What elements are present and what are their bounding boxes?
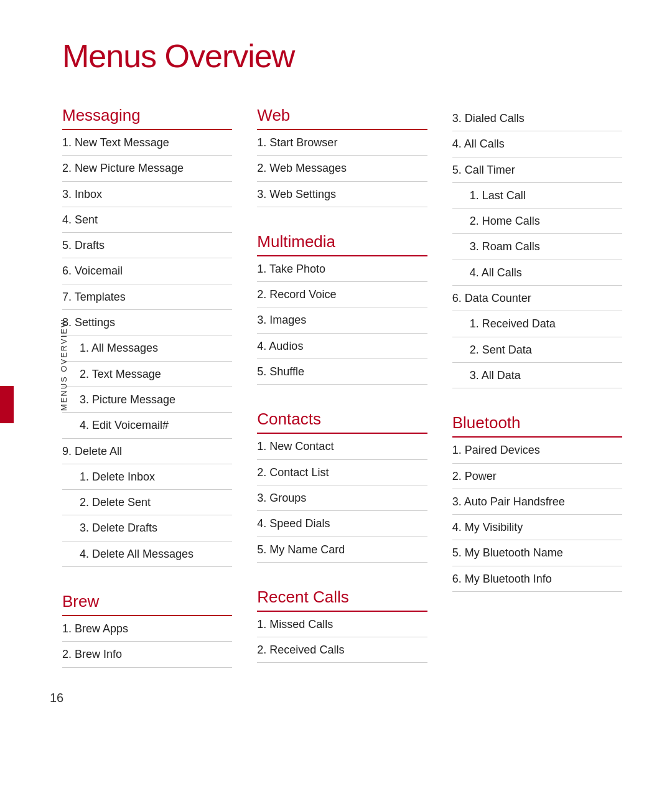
list-item: 3. Roam Calls — [452, 234, 622, 260]
section-2-4: Recent Calls1. Missed Calls2. Received C… — [257, 588, 427, 663]
section-title-web: Web — [257, 106, 427, 130]
list-item: 2. Power — [452, 464, 622, 489]
sidebar-label: Menus Overview — [59, 319, 68, 411]
section-2-2: Multimedia1. Take Photo2. Record Voice3.… — [257, 232, 427, 385]
list-item: 3. Auto Pair Handsfree — [452, 489, 622, 515]
list-item: 2. Web Messages — [257, 156, 427, 181]
column-3: 3. Dialed Calls4. All Calls5. Call Timer… — [452, 106, 622, 617]
list-item: 5. My Bluetooth Name — [452, 540, 622, 566]
section-title-brew: Brew — [62, 592, 232, 616]
list-item: 4. All Calls — [452, 260, 622, 286]
list-item: 3. Dialed Calls — [452, 106, 622, 131]
menu-list-2-4: 1. Missed Calls2. Received Calls — [257, 612, 427, 663]
list-item: 4. All Calls — [452, 131, 622, 157]
list-item: 2. Brew Info — [62, 642, 232, 667]
list-item: 1. Paired Devices — [452, 438, 622, 463]
list-item: 1. New Text Message — [62, 130, 232, 156]
menu-list-1-2: 1. Brew Apps2. Brew Info — [62, 616, 232, 668]
list-item: 3. Groups — [257, 485, 427, 511]
list-item: 5. Shuffle — [257, 359, 427, 385]
section-1-1: Messaging1. New Text Message2. New Pictu… — [62, 106, 232, 567]
page-number: 16 — [50, 691, 63, 705]
content-grid: Messaging1. New Text Message2. New Pictu… — [62, 106, 622, 693]
list-item: 1. Delete Inbox — [62, 464, 232, 490]
list-item: 5. Drafts — [62, 233, 232, 258]
section-title-recent-calls: Recent Calls — [257, 588, 427, 612]
list-item: 4. Sent — [62, 207, 232, 233]
list-item: 4. Edit Voicemail# — [62, 413, 232, 438]
list-item: 2. Home Calls — [452, 209, 622, 234]
list-item: 6. Voicemail — [62, 258, 232, 284]
list-item: 2. Contact List — [257, 460, 427, 485]
list-item: 1. Last Call — [452, 183, 622, 209]
section-3-2: Bluetooth1. Paired Devices2. Power3. Aut… — [452, 413, 622, 592]
list-item: 2. Sent Data — [452, 337, 622, 363]
section-1-2: Brew1. Brew Apps2. Brew Info — [62, 592, 232, 668]
list-item: 9. Delete All — [62, 439, 232, 464]
list-item: 3. Web Settings — [257, 182, 427, 207]
section-title-bluetooth: Bluetooth — [452, 413, 622, 438]
section-title-multimedia: Multimedia — [257, 232, 427, 256]
list-item: 4. Audios — [257, 334, 427, 359]
list-item: 3. Images — [257, 307, 427, 333]
list-item: 3. Inbox — [62, 182, 232, 207]
list-item: 5. My Name Card — [257, 537, 427, 563]
section-title-messaging: Messaging — [62, 106, 232, 130]
column-2: Web1. Start Browser2. Web Messages3. Web… — [257, 106, 427, 688]
page-title: Menus Overview — [62, 37, 622, 75]
page-container: Menus Overview Menus Overview Messaging1… — [0, 0, 672, 730]
list-item: 1. Received Data — [452, 311, 622, 337]
menu-list-2-3: 1. New Contact2. Contact List3. Groups4.… — [257, 434, 427, 562]
list-item: 6. My Bluetooth Info — [452, 566, 622, 592]
section-title-contacts: Contacts — [257, 410, 427, 434]
menu-list-3-1: 3. Dialed Calls4. All Calls5. Call Timer… — [452, 106, 622, 388]
list-item: 4. Delete All Messages — [62, 541, 232, 567]
list-item: 1. Take Photo — [257, 256, 427, 282]
list-item: 3. Delete Drafts — [62, 515, 232, 541]
list-item: 2. Text Message — [62, 362, 232, 387]
menu-list-3-2: 1. Paired Devices2. Power3. Auto Pair Ha… — [452, 438, 622, 592]
section-2-3: Contacts1. New Contact2. Contact List3. … — [257, 410, 427, 562]
list-item: 5. Call Timer — [452, 157, 622, 183]
list-item: 1. New Contact — [257, 434, 427, 459]
column-1: Messaging1. New Text Message2. New Pictu… — [62, 106, 232, 693]
menu-list-1-1: 1. New Text Message2. New Picture Messag… — [62, 130, 232, 567]
red-block — [0, 386, 14, 423]
list-item: 3. Picture Message — [62, 387, 232, 413]
list-item: 4. My Visibility — [452, 515, 622, 540]
list-item: 1. Missed Calls — [257, 612, 427, 637]
list-item: 1. Brew Apps — [62, 616, 232, 642]
menu-list-2-1: 1. Start Browser2. Web Messages3. Web Se… — [257, 130, 427, 207]
list-item: 7. Templates — [62, 284, 232, 310]
section-2-1: Web1. Start Browser2. Web Messages3. Web… — [257, 106, 427, 207]
list-item: 2. Received Calls — [257, 637, 427, 663]
list-item: 8. Settings — [62, 310, 232, 335]
list-item: 4. Speed Dials — [257, 511, 427, 537]
list-item: 1. All Messages — [62, 335, 232, 361]
list-item: 2. Record Voice — [257, 282, 427, 307]
list-item: 2. Delete Sent — [62, 490, 232, 515]
list-item: 3. All Data — [452, 363, 622, 388]
list-item: 2. New Picture Message — [62, 156, 232, 181]
list-item: 6. Data Counter — [452, 286, 622, 311]
menu-list-2-2: 1. Take Photo2. Record Voice3. Images4. … — [257, 256, 427, 385]
section-3-1: 3. Dialed Calls4. All Calls5. Call Timer… — [452, 106, 622, 388]
list-item: 1. Start Browser — [257, 130, 427, 156]
